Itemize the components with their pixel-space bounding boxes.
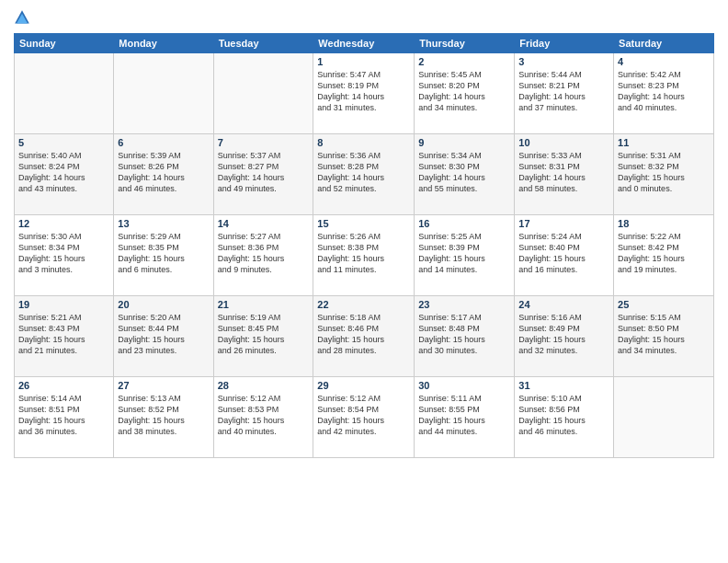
day-info: Sunrise: 5:36 AMSunset: 8:28 PMDaylight:… bbox=[317, 150, 410, 195]
day-number: 6 bbox=[118, 137, 209, 148]
day-number: 3 bbox=[518, 56, 609, 67]
calendar-cell bbox=[114, 53, 213, 134]
calendar-cell: 2Sunrise: 5:45 AMSunset: 8:20 PMDaylight… bbox=[415, 53, 515, 134]
day-number: 1 bbox=[317, 56, 410, 67]
day-info: Sunrise: 5:31 AMSunset: 8:32 PMDaylight:… bbox=[618, 150, 710, 195]
calendar-cell: 29Sunrise: 5:12 AMSunset: 8:54 PMDayligh… bbox=[313, 377, 415, 458]
calendar-cell: 16Sunrise: 5:25 AMSunset: 8:39 PMDayligh… bbox=[415, 215, 515, 296]
day-number: 24 bbox=[518, 299, 609, 310]
day-info: Sunrise: 5:12 AMSunset: 8:53 PMDaylight:… bbox=[218, 393, 310, 438]
day-number: 19 bbox=[18, 299, 109, 310]
day-info: Sunrise: 5:14 AMSunset: 8:51 PMDaylight:… bbox=[18, 393, 109, 438]
day-number: 21 bbox=[218, 299, 310, 310]
day-number: 4 bbox=[618, 56, 710, 67]
day-info: Sunrise: 5:47 AMSunset: 8:19 PMDaylight:… bbox=[317, 69, 410, 114]
day-number: 31 bbox=[518, 380, 609, 391]
day-number: 22 bbox=[317, 299, 410, 310]
calendar-cell: 10Sunrise: 5:33 AMSunset: 8:31 PMDayligh… bbox=[515, 134, 614, 215]
day-number: 2 bbox=[418, 56, 510, 67]
day-number: 30 bbox=[418, 380, 510, 391]
calendar-cell: 15Sunrise: 5:26 AMSunset: 8:38 PMDayligh… bbox=[313, 215, 415, 296]
day-number: 9 bbox=[418, 137, 510, 148]
day-info: Sunrise: 5:45 AMSunset: 8:20 PMDaylight:… bbox=[418, 69, 510, 114]
day-number: 26 bbox=[18, 380, 109, 391]
day-number: 10 bbox=[518, 137, 609, 148]
day-info: Sunrise: 5:44 AMSunset: 8:21 PMDaylight:… bbox=[518, 69, 609, 114]
calendar-cell: 19Sunrise: 5:21 AMSunset: 8:43 PMDayligh… bbox=[15, 296, 114, 377]
day-info: Sunrise: 5:19 AMSunset: 8:45 PMDaylight:… bbox=[218, 312, 310, 357]
calendar-cell bbox=[213, 53, 313, 134]
calendar-cell: 23Sunrise: 5:17 AMSunset: 8:48 PMDayligh… bbox=[415, 296, 515, 377]
day-info: Sunrise: 5:11 AMSunset: 8:55 PMDaylight:… bbox=[418, 393, 510, 438]
calendar-cell: 28Sunrise: 5:12 AMSunset: 8:53 PMDayligh… bbox=[213, 377, 313, 458]
day-info: Sunrise: 5:26 AMSunset: 8:38 PMDaylight:… bbox=[317, 231, 410, 276]
day-number: 25 bbox=[618, 299, 710, 310]
weekday-header-saturday: Saturday bbox=[614, 34, 714, 53]
day-number: 20 bbox=[118, 299, 209, 310]
calendar-week-row: 12Sunrise: 5:30 AMSunset: 8:34 PMDayligh… bbox=[15, 215, 714, 296]
calendar-week-row: 1Sunrise: 5:47 AMSunset: 8:19 PMDaylight… bbox=[15, 53, 714, 134]
day-number: 11 bbox=[618, 137, 710, 148]
calendar-cell: 4Sunrise: 5:42 AMSunset: 8:23 PMDaylight… bbox=[614, 53, 714, 134]
calendar-cell: 5Sunrise: 5:40 AMSunset: 8:24 PMDaylight… bbox=[15, 134, 114, 215]
calendar-cell: 21Sunrise: 5:19 AMSunset: 8:45 PMDayligh… bbox=[213, 296, 313, 377]
day-info: Sunrise: 5:27 AMSunset: 8:36 PMDaylight:… bbox=[218, 231, 310, 276]
weekday-header-monday: Monday bbox=[114, 34, 213, 53]
day-info: Sunrise: 5:16 AMSunset: 8:49 PMDaylight:… bbox=[518, 312, 609, 357]
calendar-cell bbox=[614, 377, 714, 458]
calendar-cell: 12Sunrise: 5:30 AMSunset: 8:34 PMDayligh… bbox=[15, 215, 114, 296]
day-info: Sunrise: 5:42 AMSunset: 8:23 PMDaylight:… bbox=[618, 69, 710, 114]
calendar-cell: 26Sunrise: 5:14 AMSunset: 8:51 PMDayligh… bbox=[15, 377, 114, 458]
header bbox=[14, 9, 714, 26]
day-info: Sunrise: 5:22 AMSunset: 8:42 PMDaylight:… bbox=[618, 231, 710, 276]
calendar-cell: 25Sunrise: 5:15 AMSunset: 8:50 PMDayligh… bbox=[614, 296, 714, 377]
calendar-cell: 30Sunrise: 5:11 AMSunset: 8:55 PMDayligh… bbox=[415, 377, 515, 458]
logo-icon bbox=[14, 9, 30, 26]
calendar-cell: 8Sunrise: 5:36 AMSunset: 8:28 PMDaylight… bbox=[313, 134, 415, 215]
weekday-header-sunday: Sunday bbox=[15, 34, 114, 53]
logo bbox=[14, 9, 32, 26]
day-info: Sunrise: 5:20 AMSunset: 8:44 PMDaylight:… bbox=[118, 312, 209, 357]
day-info: Sunrise: 5:18 AMSunset: 8:46 PMDaylight:… bbox=[317, 312, 410, 357]
weekday-header-tuesday: Tuesday bbox=[213, 34, 313, 53]
day-info: Sunrise: 5:25 AMSunset: 8:39 PMDaylight:… bbox=[418, 231, 510, 276]
day-number: 15 bbox=[317, 218, 410, 229]
day-number: 5 bbox=[18, 137, 109, 148]
calendar-cell: 27Sunrise: 5:13 AMSunset: 8:52 PMDayligh… bbox=[114, 377, 213, 458]
day-info: Sunrise: 5:39 AMSunset: 8:26 PMDaylight:… bbox=[118, 150, 209, 195]
calendar-cell: 7Sunrise: 5:37 AMSunset: 8:27 PMDaylight… bbox=[213, 134, 313, 215]
calendar-cell: 13Sunrise: 5:29 AMSunset: 8:35 PMDayligh… bbox=[114, 215, 213, 296]
day-number: 13 bbox=[118, 218, 209, 229]
weekday-header-row: SundayMondayTuesdayWednesdayThursdayFrid… bbox=[15, 34, 714, 53]
day-number: 27 bbox=[118, 380, 209, 391]
day-number: 12 bbox=[18, 218, 109, 229]
weekday-header-wednesday: Wednesday bbox=[313, 34, 415, 53]
calendar-cell: 24Sunrise: 5:16 AMSunset: 8:49 PMDayligh… bbox=[515, 296, 614, 377]
day-number: 7 bbox=[218, 137, 310, 148]
calendar-cell: 20Sunrise: 5:20 AMSunset: 8:44 PMDayligh… bbox=[114, 296, 213, 377]
calendar-cell: 6Sunrise: 5:39 AMSunset: 8:26 PMDaylight… bbox=[114, 134, 213, 215]
day-info: Sunrise: 5:34 AMSunset: 8:30 PMDaylight:… bbox=[418, 150, 510, 195]
day-number: 17 bbox=[518, 218, 609, 229]
weekday-header-thursday: Thursday bbox=[415, 34, 515, 53]
page: SundayMondayTuesdayWednesdayThursdayFrid… bbox=[0, 0, 728, 467]
day-info: Sunrise: 5:13 AMSunset: 8:52 PMDaylight:… bbox=[118, 393, 209, 438]
calendar-cell: 18Sunrise: 5:22 AMSunset: 8:42 PMDayligh… bbox=[614, 215, 714, 296]
calendar-cell: 11Sunrise: 5:31 AMSunset: 8:32 PMDayligh… bbox=[614, 134, 714, 215]
day-number: 8 bbox=[317, 137, 410, 148]
day-number: 29 bbox=[317, 380, 410, 391]
day-info: Sunrise: 5:37 AMSunset: 8:27 PMDaylight:… bbox=[218, 150, 310, 195]
calendar-cell bbox=[15, 53, 114, 134]
day-info: Sunrise: 5:29 AMSunset: 8:35 PMDaylight:… bbox=[118, 231, 209, 276]
day-info: Sunrise: 5:33 AMSunset: 8:31 PMDaylight:… bbox=[518, 150, 609, 195]
calendar-cell: 17Sunrise: 5:24 AMSunset: 8:40 PMDayligh… bbox=[515, 215, 614, 296]
day-info: Sunrise: 5:21 AMSunset: 8:43 PMDaylight:… bbox=[18, 312, 109, 357]
calendar-table: SundayMondayTuesdayWednesdayThursdayFrid… bbox=[14, 33, 714, 458]
calendar-week-row: 26Sunrise: 5:14 AMSunset: 8:51 PMDayligh… bbox=[15, 377, 714, 458]
day-number: 18 bbox=[618, 218, 710, 229]
day-info: Sunrise: 5:10 AMSunset: 8:56 PMDaylight:… bbox=[518, 393, 609, 438]
calendar-cell: 3Sunrise: 5:44 AMSunset: 8:21 PMDaylight… bbox=[515, 53, 614, 134]
calendar-week-row: 19Sunrise: 5:21 AMSunset: 8:43 PMDayligh… bbox=[15, 296, 714, 377]
calendar-cell: 14Sunrise: 5:27 AMSunset: 8:36 PMDayligh… bbox=[213, 215, 313, 296]
day-info: Sunrise: 5:15 AMSunset: 8:50 PMDaylight:… bbox=[618, 312, 710, 357]
